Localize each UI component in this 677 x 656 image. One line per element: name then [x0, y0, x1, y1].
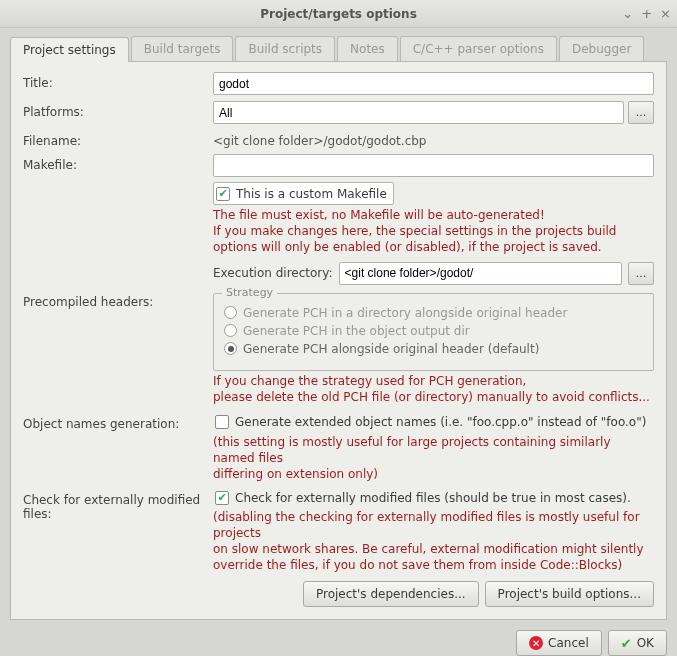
exec-dir-browse-button[interactable]: ... [628, 262, 654, 285]
titlebar: Project/targets options ⌄ + × [0, 0, 677, 28]
tab-build-scripts[interactable]: Build scripts [235, 36, 335, 61]
check-icon [215, 415, 229, 429]
cancel-icon: ✕ [529, 636, 543, 650]
title-input[interactable] [213, 72, 654, 95]
pch-radio-alongside-default[interactable]: Generate PCH alongside original header (… [224, 342, 643, 356]
obj-names-label: Object names generation: [23, 413, 213, 431]
check-icon: ✔ [216, 187, 230, 201]
project-build-options-button[interactable]: Project's build options... [485, 581, 654, 607]
tab-cpp-parser[interactable]: C/C++ parser options [400, 36, 557, 61]
strategy-legend: Strategy [222, 286, 277, 299]
extended-obj-names-label: Generate extended object names (i.e. "fo… [235, 415, 646, 429]
ext-warning: (disabling the checking for externally m… [213, 509, 654, 574]
radio-icon [224, 324, 237, 337]
makefile-input[interactable] [213, 154, 654, 177]
obj-warning: (this setting is mostly useful for large… [213, 434, 654, 483]
ext-modified-checkbox[interactable]: ✔ Check for externally modified files (s… [213, 489, 637, 507]
ext-modified-label: Check for externally modified files (sho… [235, 491, 631, 505]
close-icon[interactable]: × [660, 6, 671, 21]
makefile-label: Makefile: [23, 154, 213, 172]
ok-button[interactable]: ✔ OK [608, 630, 667, 656]
tab-debugger[interactable]: Debugger [559, 36, 644, 61]
platforms-input[interactable] [213, 101, 624, 124]
ext-check-label: Check for externally modified files: [23, 489, 213, 521]
platforms-browse-button[interactable]: ... [628, 101, 654, 124]
title-label: Title: [23, 72, 213, 90]
makefile-warning: The file must exist, no Makefile will be… [213, 207, 654, 256]
tab-notes[interactable]: Notes [337, 36, 398, 61]
filename-value: <git clone folder>/godot/godot.cbp [213, 130, 654, 148]
project-settings-panel: Title: Platforms: ... Filename: <git clo… [10, 62, 667, 620]
window-controls: ⌄ + × [622, 6, 671, 21]
cancel-button[interactable]: ✕ Cancel [516, 630, 602, 656]
radio-icon [224, 306, 237, 319]
maximize-icon[interactable]: + [641, 6, 652, 21]
tab-bar: Project settings Build targets Build scr… [10, 36, 667, 62]
extended-obj-names-checkbox[interactable]: Generate extended object names (i.e. "fo… [213, 413, 652, 431]
tab-project-settings[interactable]: Project settings [10, 37, 129, 62]
custom-makefile-label: This is a custom Makefile [236, 187, 387, 201]
project-dependencies-button[interactable]: Project's dependencies... [303, 581, 479, 607]
ok-icon: ✔ [621, 636, 632, 651]
pch-warning: If you change the strategy used for PCH … [213, 373, 654, 405]
exec-dir-input[interactable] [339, 262, 622, 285]
filename-label: Filename: [23, 130, 213, 148]
exec-dir-label: Execution directory: [213, 266, 333, 280]
radio-icon [224, 342, 237, 355]
tab-build-targets[interactable]: Build targets [131, 36, 234, 61]
check-icon: ✔ [215, 491, 229, 505]
window-title: Project/targets options [260, 7, 417, 21]
pch-label: Precompiled headers: [23, 291, 213, 309]
strategy-fieldset: Strategy Generate PCH in a directory alo… [213, 293, 654, 371]
minimize-icon[interactable]: ⌄ [622, 6, 633, 21]
pch-radio-dir-alongside[interactable]: Generate PCH in a directory alongside or… [224, 306, 643, 320]
platforms-label: Platforms: [23, 101, 213, 119]
custom-makefile-checkbox[interactable]: ✔ This is a custom Makefile [213, 182, 394, 205]
pch-radio-object-output[interactable]: Generate PCH in the object output dir [224, 324, 643, 338]
